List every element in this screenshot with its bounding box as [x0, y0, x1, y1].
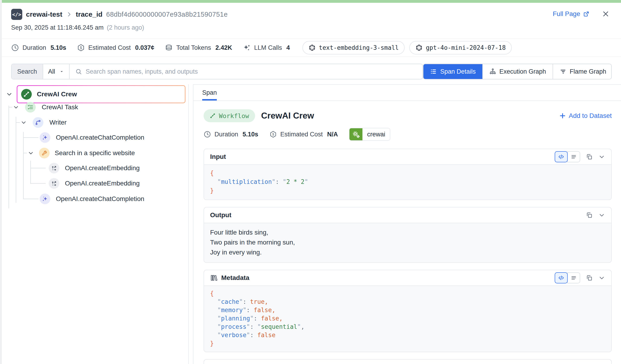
- caret-down-icon: [59, 69, 64, 74]
- wrench-icon: [39, 148, 50, 158]
- clock-icon: [204, 131, 211, 138]
- span-tree: CrewAI Crew CrewAI Task Writer: [2, 84, 189, 364]
- text-view-button[interactable]: [567, 151, 580, 162]
- output-title: Output: [210, 211, 231, 219]
- span-duration: Duration 5.10s: [204, 131, 258, 138]
- tab-execution-graph[interactable]: Execution Graph: [482, 64, 552, 79]
- chevron-down-icon[interactable]: [21, 119, 27, 126]
- metric-total-tokens: Total Tokens 2.42K: [165, 44, 232, 52]
- task-list-icon: [25, 102, 36, 112]
- metadata-json: { "cache": true, "memory": false, "plann…: [204, 286, 611, 352]
- tree-item-writer[interactable]: Writer: [21, 115, 67, 130]
- span-cost-label: Estimated Cost: [280, 131, 323, 138]
- span-duration-value: 5.10s: [242, 131, 258, 138]
- tree-item-embedding-1[interactable]: OpenAI.createEmbedding: [49, 160, 139, 176]
- framework-badge: crewai: [349, 128, 390, 141]
- list-icon: [430, 68, 437, 75]
- view-switcher: Span Details Execution Graph Flame Graph: [423, 64, 612, 79]
- collapse-chevron-icon[interactable]: [598, 153, 605, 160]
- output-text: Four little birds sing, Two pairs in the…: [204, 223, 611, 262]
- tab-span[interactable]: Span: [202, 85, 217, 100]
- trace-id-label: trace_id: [76, 10, 103, 18]
- copy-icon[interactable]: [586, 212, 593, 219]
- timestamp: Sep 30, 2025 at 11:18:46.245 am: [11, 24, 104, 31]
- tree-item-embedding-2[interactable]: OpenAI.createEmbedding: [49, 176, 139, 191]
- embedding-arrows-icon: [49, 163, 59, 174]
- tree-item-label: Writer: [49, 119, 67, 126]
- copy-icon[interactable]: [586, 274, 593, 281]
- tree-item-crewai-task[interactable]: CrewAI Task: [13, 100, 78, 115]
- full-page-label: Full Page: [553, 10, 580, 18]
- openai-logo-icon: [309, 44, 316, 51]
- full-page-link[interactable]: Full Page: [553, 10, 589, 18]
- chevron-down-icon[interactable]: [28, 150, 34, 156]
- graph-icon: [489, 68, 496, 75]
- add-to-dataset-button[interactable]: Add to Dataset: [559, 112, 612, 119]
- estimated-cost-label: Estimated Cost: [88, 44, 131, 51]
- tree-item-label: OpenAI.createEmbedding: [65, 180, 139, 187]
- top-banner: [2, 0, 621, 3]
- close-icon[interactable]: [602, 10, 610, 18]
- tree-item-chat-completion-1[interactable]: OpenAI.createChatCompletion: [40, 130, 144, 145]
- tree-item-label: OpenAI.createEmbedding: [65, 164, 139, 172]
- span-estimated-cost: $ Estimated Cost N/A: [269, 131, 338, 138]
- tree-item-label: OpenAI.createChatCompletion: [56, 134, 144, 141]
- framework-badge-label: crewai: [362, 128, 390, 140]
- tree-item-chat-completion-2[interactable]: OpenAI.createChatCompletion: [40, 191, 144, 206]
- tab-flame-graph-label: Flame Graph: [570, 68, 606, 75]
- chevron-down-icon[interactable]: [6, 91, 13, 97]
- code-view-button[interactable]: [555, 151, 568, 162]
- model-badge-embedding: text-embedding-3-small: [302, 41, 405, 54]
- time-ago: (2 hours ago): [107, 24, 144, 31]
- input-section: Input: [204, 149, 612, 200]
- metric-llm-calls: LLM Calls 4: [243, 44, 290, 52]
- cost-badge-icon: $: [269, 131, 277, 138]
- header: </> crewai-test trace_id 68dbf4d60000000…: [2, 3, 621, 31]
- chevron-down-icon[interactable]: [13, 104, 19, 110]
- openai-logo-icon: [415, 44, 423, 51]
- tree-item-label: CrewAI Crew: [37, 91, 77, 98]
- search-label: Search: [12, 64, 43, 79]
- metadata-section: Metadata: [204, 270, 612, 352]
- sparkle-icon: [243, 44, 251, 52]
- plus-icon: [559, 112, 566, 119]
- span-detail-panel: Span Workflow CrewAI Crew Add to Dataset: [193, 84, 621, 364]
- metric-duration: Duration 5.10s: [11, 44, 66, 52]
- search-input[interactable]: [86, 68, 417, 75]
- tab-span-details[interactable]: Span Details: [423, 64, 482, 79]
- span-duration-label: Duration: [214, 131, 238, 138]
- collapse-chevron-icon[interactable]: [598, 274, 605, 281]
- workflow-icon: [21, 89, 32, 100]
- chevron-right-icon: [66, 11, 72, 17]
- metric-estimated-cost: $ Estimated Cost 0.037¢: [77, 44, 155, 52]
- clock-icon: [11, 44, 19, 52]
- search-filter-dropdown[interactable]: All: [43, 64, 69, 79]
- copy-icon[interactable]: [586, 153, 593, 160]
- span-title: CrewAI Crew: [261, 111, 314, 121]
- model-name: gpt-4o-mini-2024-07-18: [426, 44, 505, 51]
- flame-graph-icon: [560, 68, 567, 75]
- crewai-gears-icon: [349, 128, 362, 140]
- tree-item-search-tool[interactable]: Search in a specific website: [28, 145, 135, 161]
- model-badge-gpt: gpt-4o-mini-2024-07-18: [409, 41, 512, 54]
- trace-id-value: 68dbf4d6000000007e93a8b21590751e: [106, 11, 228, 18]
- collapse-chevron-icon[interactable]: [598, 212, 605, 219]
- project-name[interactable]: crewai-test: [26, 10, 62, 18]
- tab-execution-graph-label: Execution Graph: [500, 68, 546, 75]
- metadata-title: Metadata: [221, 274, 249, 282]
- search-filter-value: All: [48, 68, 55, 75]
- external-link-icon: [583, 11, 589, 17]
- add-to-dataset-label: Add to Dataset: [569, 112, 612, 119]
- detail-tabbar: Span: [193, 85, 621, 101]
- code-view-button[interactable]: [555, 272, 568, 284]
- estimated-cost-value: 0.037¢: [135, 44, 155, 51]
- llm-calls-value: 4: [286, 44, 290, 51]
- tab-span-details-label: Span Details: [440, 68, 476, 75]
- agent-route-icon: [33, 117, 43, 128]
- workflow-type-label: Workflow: [219, 112, 249, 119]
- tab-flame-graph[interactable]: Flame Graph: [552, 64, 612, 79]
- text-view-button[interactable]: [567, 272, 580, 284]
- duration-value: 5.10s: [51, 44, 66, 51]
- input-title: Input: [210, 153, 226, 160]
- svg-text:$: $: [272, 132, 274, 136]
